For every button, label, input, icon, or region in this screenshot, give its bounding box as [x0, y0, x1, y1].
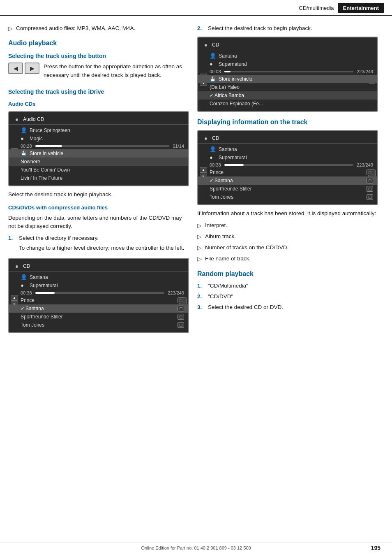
right-column: 2. Select the desired track to begin pla… [197, 24, 378, 337]
cd-ur-track-daleyaleo: (Da Le) Yaleo [210, 84, 373, 90]
info-icon-santana: ▢ [178, 306, 184, 311]
random-step1-num: 1. [197, 282, 205, 290]
cd-ir-time: 00:38 [210, 162, 221, 167]
screen-body-cd-ur: 👤 Santana ● Supernatural 00:08 223/249 ▲ [198, 51, 377, 109]
screen-title-cd-ur: CD [212, 42, 219, 48]
info-bullet3-arrow: ▷ [197, 244, 202, 252]
audio-cd-caption: Select the desired track to begin playba… [8, 190, 189, 199]
person-icon-1: 👤 [21, 127, 27, 134]
cds-dvds-subtitle: CDs/DVDs with compressed audio files [8, 204, 189, 211]
cd-ur-row-store: 💾 Store in vehicle [198, 75, 377, 83]
random-step3: 3. Select the desired CD or DVD. [197, 303, 378, 311]
info-bullet3-text: Number of tracks on the CD/DVD. [205, 244, 288, 252]
info-bullet4-arrow: ▷ [197, 255, 202, 263]
cd-ur-row-africabamba: ✓ Africa Bamba [198, 91, 377, 100]
cd-ur-row-album: ● Supernatural [198, 60, 377, 68]
cd-ir-progress-fill [224, 164, 244, 166]
bullet-arrow-icon: ▷ [8, 25, 13, 33]
cd-ur-progress-fill [224, 71, 231, 72]
cds-step1-content: Select the directory if necessary. To ch… [19, 234, 189, 254]
screen-title-audio-cd: Audio CD [23, 116, 44, 122]
random-step1-text: "CD/Multimedia" [208, 282, 378, 290]
globe-icon-ur: ● [210, 61, 216, 67]
person-icon-ur: 👤 [210, 53, 216, 59]
cd-ll-progress-bar [35, 292, 165, 294]
audio-cd-artist: Bruce Springsteen [30, 128, 184, 133]
random-step3-text: Select the desired CD or DVD. [208, 303, 378, 311]
cd-ll-row-album: ● Supernatural [9, 281, 188, 290]
random-step2-text: "CD/DVD" [208, 292, 378, 301]
displaying-info-heading: Displaying information on the track [197, 118, 378, 126]
info-icon-santana-ir: ▢ [367, 178, 373, 183]
info-icon-sportfreunde-ir: ▢ [367, 186, 373, 192]
displaying-info-description: If information about a track has been st… [197, 209, 378, 218]
audio-playback-heading: Audio playback [8, 39, 189, 47]
button-description: Press the button for the appropriate dir… [44, 63, 189, 79]
cd-ir-artist: Santana [219, 146, 373, 152]
audio-cd-track2: You'll Be Comin' Down [21, 167, 184, 173]
screen-body-audio-cd: 👤 Bruce Springsteen ● Magic 00:28 01/14 … [9, 125, 188, 183]
audio-cd-progress-fill [35, 145, 62, 147]
info-bullet1-arrow: ▷ [197, 222, 202, 230]
cd-ur-track: 223/249 [357, 69, 373, 74]
cd-ir-album: Supernatural [219, 155, 373, 160]
cd-ur-row-artist: 👤 Santana [198, 52, 377, 60]
cd-ll-row-sportfreunde: Sportfreunde Stiller ▢ [9, 313, 188, 321]
cd-ir-progress-row: 00:38 223/249 [198, 162, 377, 168]
cd-ll-track-sportfreunde: Sportfreunde Stiller [21, 314, 178, 320]
cd-icon-ll: ● [13, 262, 21, 270]
cds-step1-sub: To change to a higher level directory: m… [19, 244, 189, 252]
screen-title-cd-ir: CD [212, 135, 219, 141]
audio-cd-row-artist: 👤 Bruce Springsteen [9, 126, 188, 135]
cds-step1: 1. Select the directory if necessary. To… [8, 234, 189, 254]
footer-page: 195 [371, 545, 380, 551]
cd-ir-track-prince: Prince [210, 169, 367, 175]
random-playback-heading: Random playback [197, 270, 378, 278]
audio-cd-row-track2: You'll Be Comin' Down [9, 166, 188, 174]
cd-ir-row-santana: ✓ Santana ▢ [198, 176, 377, 185]
cd-ll-track-tomjones: Tom Jones [21, 322, 178, 328]
audio-cd-track: 01/14 [173, 144, 184, 149]
cd-ur-row-corazon: Corazon Espinado (Fe... [198, 100, 377, 108]
cd-ur-artist: Santana [219, 53, 373, 59]
right-step2: 2. Select the desired track to begin pla… [197, 24, 378, 32]
audio-cd-row-nowhere: Nowhere [9, 158, 188, 166]
audio-cd-time: 00:28 [21, 144, 32, 149]
audio-cd-progress-row: 00:28 01/14 [9, 143, 188, 149]
screen-body-cd-ll: 👤 Santana ● Supernatural 00:38 223/249 ▲ [9, 272, 188, 330]
info-icon-tomjones-ir: ▢ [367, 194, 373, 200]
info-bullet4: ▷ File name of track. [197, 255, 378, 263]
cd-ir-row-sportfreunde: Sportfreunde Stiller ▢ [198, 185, 377, 193]
check-santana-ir: ✓ [210, 178, 214, 183]
audio-cd-track-nowhere: Nowhere [21, 159, 184, 165]
cd-ll-progress-row: 00:38 223/249 [9, 290, 188, 296]
audio-cd-store: Store in vehicle [30, 151, 184, 156]
screen-header-cd-ir: ● CD [198, 133, 377, 144]
main-content: ▷ Compressed audio files: MP3, WMA, AAC,… [0, 16, 392, 346]
cd-ll-row-santana: ✓ Santana ▢ [9, 304, 188, 313]
check-santana: ✓ [21, 306, 25, 311]
info-bullet1-text: Interpret. [205, 221, 227, 230]
audio-cds-subtitle: Audio CDs [8, 101, 189, 107]
audio-cd-screen: ● Audio CD 👤 Bruce Springsteen ● Magic 0… [8, 111, 189, 186]
cds-step1-text: Select the directory if necessary. [19, 235, 99, 241]
audio-cd-album: Magic [30, 136, 184, 142]
prev-track-button[interactable]: ◀ [8, 63, 23, 74]
store-icon-1: 💾 [21, 150, 27, 157]
cd-ir-progress-bar [224, 164, 354, 166]
globe-icon-ir: ● [210, 154, 216, 161]
page-header: CD/multimedia Entertainment [0, 0, 392, 16]
audio-cd-row-store: 💾 Store in vehicle [9, 149, 188, 158]
screen-title-cd-ll: CD [23, 263, 30, 269]
cd-ur-track-corazon: Corazon Espinado (Fe... [210, 101, 373, 107]
cd-screen-lower-left: ● CD 👤 Santana ● Supernatural 00:38 2 [8, 258, 189, 333]
check-africa: ✓ [210, 93, 214, 98]
next-track-button[interactable]: ▶ [25, 63, 39, 74]
cd-ll-track: 223/249 [168, 290, 184, 295]
audio-cd-progress-bar [35, 145, 170, 147]
info-icon-prince: ▢ [178, 297, 184, 303]
info-icon-prince-ir: ▢ [367, 169, 373, 175]
person-icon-ir: 👤 [210, 146, 216, 153]
globe-icon-1: ● [21, 135, 27, 142]
header-entertainment: Entertainment [338, 3, 384, 13]
